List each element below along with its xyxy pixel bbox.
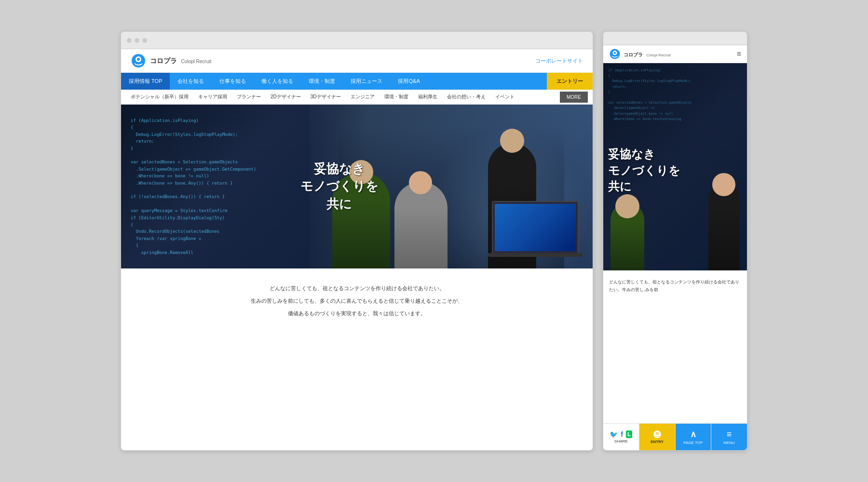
sec-nav-engineer[interactable]: エンジニア [346, 90, 380, 104]
sec-nav-events[interactable]: イベント [490, 90, 519, 104]
mobile-logo-subtitle: Colopl Recruit [646, 53, 670, 57]
site-header: コロプラ Colopl Recruit コーポレートサイト [121, 49, 593, 73]
laptop-prop [492, 201, 579, 254]
chevron-up-icon: ∧ [690, 429, 696, 440]
nav-item-work[interactable]: 仕事を知る [212, 73, 254, 90]
browser-chrome [121, 32, 593, 49]
svg-point-2 [137, 58, 140, 61]
hero-headline: 妥協なきモノづくりを共に [300, 160, 379, 213]
more-button[interactable]: MORE [560, 92, 588, 103]
mobile-hero: if (Application.isPlaying) { Debug.LogEr… [603, 63, 747, 270]
sec-nav-3d[interactable]: 3Dデザイナー [306, 90, 346, 104]
mobile-logo-icon [609, 48, 621, 60]
mobile-person-1 [610, 203, 644, 270]
svg-point-8 [656, 433, 658, 434]
mobile-person-2 [708, 184, 740, 270]
twitter-icon[interactable]: 🐦 [610, 430, 618, 438]
share-icons-row: 🐦 f L [610, 430, 632, 438]
menu-bar-item[interactable]: ≡ MENU [711, 424, 747, 450]
page-top-bar-item[interactable]: ∧ PAGE TOP [676, 424, 712, 450]
mobile-body-line-1: どんなに苦しくても、祖となるコンテンツを作り続ける会社でありたい。牛みの苦し.み… [609, 278, 741, 294]
sec-nav-planner[interactable]: プランナー [232, 90, 266, 104]
nav-item-recruit-top[interactable]: 採用情報 TOP [121, 73, 170, 90]
mobile-website: コロプラ Colopl Recruit ≡ if (Application.is… [603, 45, 747, 450]
share-label: SHARE [614, 439, 628, 443]
secondary-nav: ポテンシャル（新卒）採用 キャリア採用 プランナー 2Dデザイナー 3Dデザイナ… [121, 90, 593, 105]
nav-item-news[interactable]: 採用ニュース [343, 73, 390, 90]
mobile-browser-chrome [603, 32, 747, 45]
browser-dot-yellow [135, 38, 139, 43]
logo-area: コロプラ Colopl Recruit [131, 53, 211, 68]
share-bar-item[interactable]: 🐦 f L SHARE [603, 424, 639, 450]
menu-bar-label: MENU [723, 441, 735, 445]
mobile-bottom-bar: 🐦 f L SHARE ENTRY ∧ PAGE TOP [603, 423, 747, 450]
sec-nav-career[interactable]: キャリア採用 [193, 90, 232, 104]
nav-item-people[interactable]: 働く人を知る [254, 73, 301, 90]
desktop-website: コロプラ Colopl Recruit コーポレートサイト 採用情報 TOP 会… [121, 49, 593, 450]
mobile-header: コロプラ Colopl Recruit ≡ [603, 45, 747, 63]
hero-code-text: if (Application.isPlaying) { Debug.LogEr… [131, 117, 256, 256]
mobile-logo-name: コロプラ [624, 52, 643, 57]
sec-nav-2d[interactable]: 2Dデザイナー [266, 90, 306, 104]
page-top-label: PAGE TOP [683, 441, 703, 445]
hero-text: 妥協なきモノづくりを共に [300, 160, 379, 213]
colopl-logo-icon [131, 53, 146, 68]
body-line-2: 生みの苦しみを前にしても、多くの人に喜んでもらえると信じて乗り越えることこそが、 [131, 295, 583, 306]
entry-button[interactable]: エントリー [547, 73, 593, 90]
browser-dot-red [127, 38, 132, 43]
mobile-preview: コロプラ Colopl Recruit ≡ if (Application.is… [603, 31, 747, 451]
primary-nav: 採用情報 TOP 会社を知る 仕事を知る 働く人を知る 環境・制度 採用ニュース… [121, 73, 593, 90]
entry-bar-label: ENTRY [651, 440, 664, 444]
hero-section: if (Application.isPlaying) { Debug.LogEr… [121, 105, 593, 268]
sec-nav-welfare[interactable]: 福利厚生 [413, 90, 442, 104]
sec-nav-potential[interactable]: ポテンシャル（新卒）採用 [126, 90, 193, 104]
mobile-hero-headline: 妥協なきモノづくりを共に [608, 146, 680, 195]
mobile-logo-area: コロプラ Colopl Recruit [609, 48, 671, 60]
line-icon[interactable]: L [626, 430, 632, 438]
body-line-1: どんなに苦しくても、祖となるコンテンツを作り続ける会社でありたい。 [131, 283, 583, 294]
body-line-3: 価値あるものづくりを実現すると、我々は信じています。 [131, 308, 583, 319]
mobile-hero-text: 妥協なきモノづくりを共に [608, 146, 680, 195]
nav-item-company[interactable]: 会社を知る [170, 73, 212, 90]
sec-nav-thoughts[interactable]: 会社の想い・考え [442, 90, 490, 104]
mobile-logo-text-area: コロプラ Colopl Recruit [624, 50, 671, 58]
person-silhouette-3 [394, 182, 448, 268]
logo-text: コロプラ Colopl Recruit [150, 56, 211, 66]
facebook-icon[interactable]: f [621, 430, 623, 438]
sec-nav-env[interactable]: 環境・制度 [380, 90, 413, 104]
site-body: どんなに苦しくても、祖となるコンテンツを作り続ける会社でありたい。 生みの苦しみ… [121, 268, 593, 450]
mobile-body: どんなに苦しくても、祖となるコンテンツを作り続ける会社でありたい。牛みの苦し.み… [603, 270, 747, 423]
entry-bar-item[interactable]: ENTRY [639, 424, 676, 450]
hamburger-menu-button[interactable]: ≡ [737, 50, 741, 58]
browser-dot-green [142, 38, 147, 43]
corporate-site-link[interactable]: コーポレートサイト [535, 57, 583, 65]
entry-colopl-icon [653, 430, 662, 439]
menu-hamburger-icon: ≡ [727, 429, 732, 440]
nav-item-environment[interactable]: 環境・制度 [301, 73, 343, 90]
nav-item-qa[interactable]: 採用Q&A [390, 73, 427, 90]
desktop-preview: コロプラ Colopl Recruit コーポレートサイト 採用情報 TOP 会… [121, 31, 593, 451]
svg-point-5 [614, 52, 616, 54]
